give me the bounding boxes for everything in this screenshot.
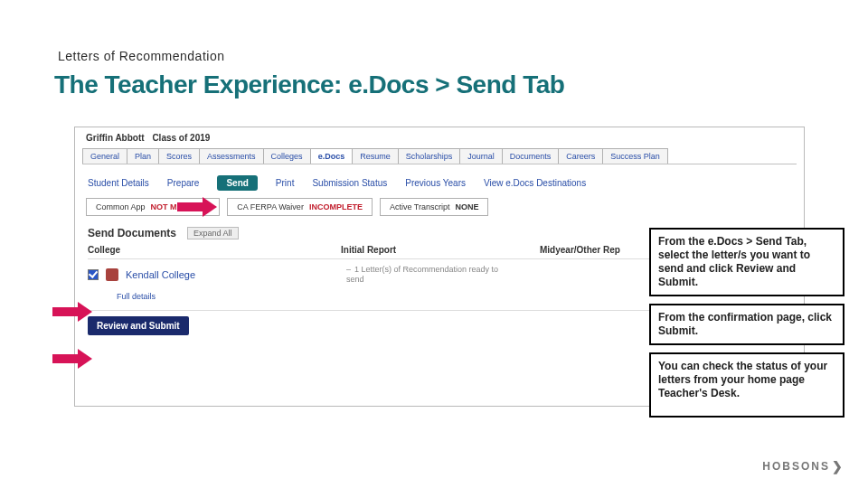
status-transcript: Active Transcript NONE: [380, 198, 489, 216]
arrow-review-button: [52, 351, 92, 367]
brand-chevron-icon: ❯: [832, 459, 844, 474]
footer-brand: HOBSONS ❯: [762, 459, 844, 474]
status-ferpa: CA FERPA Waiver INCOMPLETE: [227, 198, 373, 216]
initial-report-cell: –1 Letter(s) of Recommendation ready to …: [346, 265, 545, 285]
subtab-send[interactable]: Send: [217, 175, 257, 191]
college-name[interactable]: Kendall College: [126, 269, 195, 280]
main-tabs: General Plan Scores Assessments Colleges…: [75, 148, 804, 164]
tab-success-plan[interactable]: Success Plan: [602, 148, 668, 164]
subtab-prepare[interactable]: Prepare: [167, 178, 200, 188]
tab-plan[interactable]: Plan: [127, 148, 159, 164]
tab-scores[interactable]: Scores: [158, 148, 200, 164]
callouts-group: From the e.Docs > Send Tab, select the l…: [649, 228, 844, 418]
common-app-label: Common App: [96, 202, 146, 211]
review-and-submit-button[interactable]: Review and Submit: [88, 316, 189, 335]
college-checkbox[interactable]: [88, 269, 99, 280]
transcript-label: Active Transcript: [390, 202, 450, 211]
ferpa-label: CA FERPA Waiver: [237, 202, 304, 211]
subtab-view-destinations[interactable]: View e.Docs Destinations: [484, 178, 586, 188]
tab-resume[interactable]: Resume: [352, 148, 399, 164]
arrow-checkbox: [52, 304, 92, 320]
tab-scholarships[interactable]: Scholarships: [398, 148, 461, 164]
sub-tabs: Student Details Prepare Send Print Submi…: [75, 172, 804, 198]
ferpa-value: INCOMPLETE: [309, 202, 363, 211]
expand-all-button[interactable]: Expand All: [187, 227, 239, 239]
tab-careers[interactable]: Careers: [558, 148, 603, 164]
tab-assessments[interactable]: Assessments: [199, 148, 264, 164]
tab-documents[interactable]: Documents: [502, 148, 560, 164]
arrow-send-tab: [177, 199, 217, 215]
subtab-submission-status[interactable]: Submission Status: [312, 178, 387, 188]
callout-submit: From the confirmation page, click Submit…: [649, 304, 844, 345]
student-header: Griffin Abbott Class of 2019: [75, 127, 804, 148]
callout-select-letter: From the e.Docs > Send Tab, select the l…: [649, 228, 844, 296]
col-initial-report-header: Initial Report: [341, 245, 540, 255]
tab-divider: [82, 164, 797, 164]
subtab-previous-years[interactable]: Previous Years: [405, 178, 466, 188]
callout-check-status: You can check the status of your letters…: [649, 352, 844, 418]
college-crest-icon: [106, 268, 118, 281]
send-documents-label: Send Documents: [88, 227, 176, 239]
col-college-header: College: [88, 245, 341, 255]
subtab-student-details[interactable]: Student Details: [88, 178, 149, 188]
ir-note: 1 Letter(s) of Recommendation ready to s…: [346, 265, 498, 284]
eyebrow-text: Letters of Recommendation: [58, 49, 224, 63]
student-name: Griffin Abbott: [86, 133, 145, 143]
tab-colleges[interactable]: Colleges: [263, 148, 311, 164]
tab-edocs[interactable]: e.Docs: [310, 148, 354, 164]
tab-journal[interactable]: Journal: [459, 148, 503, 164]
transcript-value: NONE: [455, 202, 478, 211]
dash-icon: –: [346, 265, 351, 274]
page-title: The Teacher Experience: e.Docs > Send Ta…: [54, 70, 564, 99]
brand-text: HOBSONS: [762, 460, 830, 473]
subtab-print[interactable]: Print: [276, 178, 295, 188]
tab-general[interactable]: General: [82, 148, 127, 164]
class-year: Class of 2019: [152, 133, 210, 143]
